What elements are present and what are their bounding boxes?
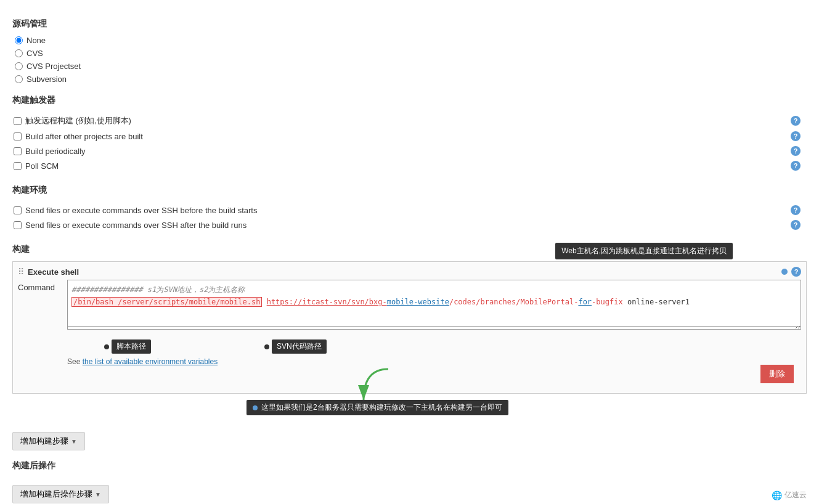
source-management-title: 源码管理 [12, 18, 807, 30]
env-ssh-after-label: Send files or execute commands over SSH … [25, 221, 247, 230]
execute-shell-block: ⠿ Execute shell ? Command ## [12, 261, 807, 394]
build-env-table: Send files or execute commands over SSH … [12, 202, 807, 233]
post-build-section: 构建后操作 增加构建后操作步骤 ▼ [12, 460, 807, 503]
build-section: Web主机名,因为跳板机是直接通过主机名进行拷贝 ⠿ Execute shell… [12, 261, 807, 450]
env-ssh-before-label: Send files or execute commands over SSH … [25, 206, 257, 215]
add-build-step-label: 增加构建步骤 [20, 436, 68, 447]
trigger-remote-label: 触发远程构建 (例如,使用脚本) [25, 115, 131, 126]
main-container: 源码管理 None CVS CVS Projectset Subversion … [0, 0, 819, 504]
add-build-step-button[interactable]: 增加构建步骤 ▼ [12, 432, 85, 450]
trigger-poll-scm[interactable]: Poll SCM [14, 161, 789, 171]
trigger-periodically[interactable]: Build periodically [14, 147, 789, 156]
trigger-after-label: Build after other projects are built [25, 132, 143, 141]
env-ssh-after-help[interactable]: ? [791, 220, 801, 230]
callout-two-server: 这里如果我们是2台服务器只需要构建玩修改一下主机名在构建另一台即可 [247, 400, 508, 415]
env-ssh-after[interactable]: Send files or execute commands over SSH … [14, 221, 789, 230]
execute-shell-title: Execute shell [28, 267, 79, 277]
env-ssh-before-help[interactable]: ? [791, 205, 801, 215]
trigger-remote[interactable]: 触发远程构建 (例如,使用脚本) [14, 115, 789, 126]
env-ssh-before[interactable]: Send files or execute commands over SSH … [14, 206, 789, 215]
dropdown-arrow-icon: ▼ [71, 438, 77, 445]
trigger-remote-help[interactable]: ? [791, 116, 801, 126]
footer-text: 亿速云 [784, 490, 807, 500]
add-build-step-area: 增加构建步骤 ▼ [12, 425, 807, 450]
delete-button[interactable]: 删除 [760, 365, 794, 383]
execute-shell-header: ⠿ Execute shell ? [18, 267, 801, 277]
trigger-periodically-help[interactable]: ? [791, 146, 801, 156]
radio-cvs-label: CVS [26, 49, 43, 58]
command-label: Command [18, 280, 61, 292]
trigger-row-0: 触发远程构建 (例如,使用脚本) ? [14, 113, 805, 128]
trigger-after-help[interactable]: ? [791, 131, 801, 141]
build-triggers-table: 触发远程构建 (例如,使用脚本) ? Build after other pro… [12, 112, 807, 174]
footer: 🌐 亿速云 [772, 486, 807, 504]
trigger-row-1: Build after other projects are built ? [14, 129, 805, 143]
add-post-build-step-button[interactable]: 增加构建后操作步骤 ▼ [12, 485, 109, 503]
command-row: Command ################ s1为SVN地址，s2为主机名… [18, 280, 801, 327]
trigger-poll-scm-label: Poll SCM [25, 161, 59, 171]
build-triggers-title: 构建触发器 [12, 95, 807, 106]
add-post-build-label: 增加构建后操作步骤 [20, 489, 92, 500]
trigger-periodically-label: Build periodically [25, 147, 86, 156]
vars-link[interactable]: the list of available environment variab… [83, 357, 218, 366]
radio-none-label: None [26, 36, 46, 45]
trigger-row-3: Poll SCM ? [14, 159, 805, 173]
env-row-1: Send files or execute commands over SSH … [14, 218, 805, 232]
env-row-0: Send files or execute commands over SSH … [14, 203, 805, 217]
command-textarea[interactable] [67, 280, 801, 330]
command-textarea-wrapper: ################ s1为SVN地址，s2为主机名称 /bin/b… [67, 280, 801, 327]
radio-cvs-projectset-label: CVS Projectset [26, 62, 81, 71]
execute-shell-help[interactable]: ? [791, 267, 801, 277]
radio-subversion[interactable]: Subversion [15, 75, 807, 84]
callout-svn-path: SVN代码路径 [264, 339, 327, 354]
radio-cvs[interactable]: CVS [15, 49, 807, 58]
trigger-row-2: Build periodically ? [14, 144, 805, 158]
shell-dot-indicator [781, 269, 788, 275]
radio-subversion-label: Subversion [26, 75, 67, 84]
source-management-options: None CVS CVS Projectset Subversion [15, 36, 807, 84]
see-vars-text: See the list of available environment va… [67, 357, 801, 366]
trigger-poll-help[interactable]: ? [791, 161, 801, 171]
footer-logo-icon: 🌐 [772, 490, 782, 500]
build-env-title: 构建环境 [12, 185, 807, 196]
shell-header-right: ? [781, 267, 801, 277]
post-build-title: 构建后操作 [12, 460, 807, 471]
callout-web-hostname: Web主机名,因为跳板机是直接通过主机名进行拷贝 [555, 243, 733, 259]
post-build-dropdown-icon: ▼ [95, 491, 101, 498]
callout-script-path: 脚本路径 [104, 339, 151, 354]
trigger-after-projects[interactable]: Build after other projects are built [14, 132, 789, 141]
radio-none[interactable]: None [15, 36, 807, 45]
drag-handle-icon: ⠿ [18, 267, 24, 277]
radio-cvs-projectset[interactable]: CVS Projectset [15, 62, 807, 71]
